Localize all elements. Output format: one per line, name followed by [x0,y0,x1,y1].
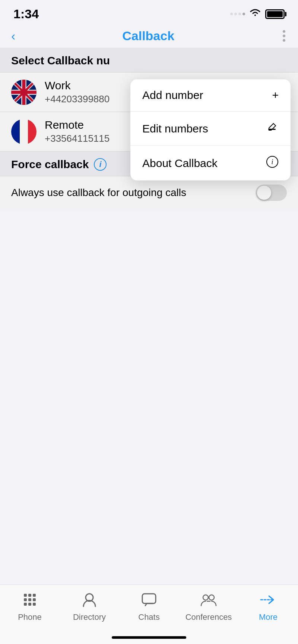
tab-directory[interactable]: Directory [60,590,119,622]
directory-tab-label: Directory [73,612,106,622]
more-arrow-icon [259,590,278,609]
tab-conferences[interactable]: Conferences [179,590,238,622]
chats-tab-label: Chats [138,612,159,622]
conferences-tab-label: Conferences [186,612,232,622]
tab-bar: Phone Directory Chats [0,584,298,644]
directory-icon [80,590,99,609]
back-button[interactable]: ‹ [11,29,15,43]
dropdown-menu: Add number + Edit numbers About Callback… [130,79,291,180]
svg-rect-17 [28,598,31,601]
signal-icon [230,13,245,15]
battery-icon [265,9,285,19]
more-dot [283,39,285,42]
svg-rect-16 [24,598,27,601]
svg-rect-20 [28,603,31,606]
svg-rect-18 [33,598,36,601]
more-button[interactable] [281,29,287,43]
more-dot [283,35,285,37]
main-content: Select Callback nu Work [0,48,298,209]
svg-rect-14 [28,594,31,597]
chats-icon [139,590,159,609]
add-number-label: Add number [142,89,203,102]
add-icon: + [272,89,279,102]
svg-rect-23 [142,594,156,603]
svg-rect-21 [33,603,36,606]
more-tab-label: More [259,612,278,622]
home-indicator [112,636,186,639]
tab-phone[interactable]: Phone [0,590,60,622]
status-bar: 1:34 [0,0,298,24]
svg-point-24 [203,595,208,600]
edit-icon [267,121,279,136]
phone-tab-label: Phone [18,612,42,622]
about-callback-label: About Callback [142,157,218,170]
svg-rect-15 [33,594,36,597]
phone-icon [20,590,39,609]
status-icons [230,8,285,20]
page-title: Callback [122,29,174,43]
edit-numbers-label: Edit numbers [142,122,208,135]
add-number-menu-item[interactable]: Add number + [130,79,291,112]
svg-rect-19 [24,603,27,606]
status-time: 1:34 [13,7,39,21]
conferences-icon [199,590,218,609]
nav-bar: ‹ Callback [0,24,298,48]
wifi-icon [249,8,261,20]
more-dot [283,30,285,33]
svg-point-25 [209,595,214,600]
tab-more[interactable]: More [238,590,298,622]
edit-numbers-menu-item[interactable]: Edit numbers [130,112,291,146]
about-info-icon: i [266,156,279,171]
svg-text:i: i [271,158,273,166]
tab-chats[interactable]: Chats [119,590,179,622]
svg-rect-13 [24,594,27,597]
about-callback-menu-item[interactable]: About Callback i [130,146,291,180]
